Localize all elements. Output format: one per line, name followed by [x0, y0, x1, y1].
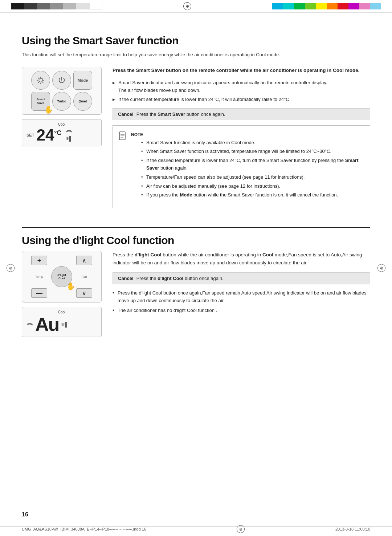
cancel-label: Cancel — [118, 111, 134, 117]
swatch-orange — [327, 3, 338, 9]
note-item-5: Air flow can be adjusted manually (see p… — [141, 183, 364, 190]
fan-label: Fan — [81, 275, 87, 279]
sun-icon — [36, 76, 45, 85]
remote-row1: Mode — [31, 71, 92, 90]
note-item-3: If the desired temperature is lower than… — [141, 157, 364, 172]
page-number: 16 — [22, 511, 28, 518]
display2-temp-area: Au — [35, 315, 59, 334]
note-doc-icon — [119, 131, 127, 145]
section1-title: Using the Smart Saver function — [22, 34, 370, 47]
bullet-item-1: Smart Saver indicator and air swing indi… — [113, 79, 370, 94]
display2-swing-icon — [26, 322, 33, 326]
note-item-4: Temperature/Fan speed can also be adjust… — [141, 174, 364, 181]
remote-row2: SmartSave ✋ Turbo Quiet — [31, 92, 92, 111]
swatch-very-light-gray — [76, 3, 89, 9]
dot-item-2: The air conditioner has no d'light Cool … — [113, 307, 370, 314]
display-right-icons: ❄▌ — [65, 129, 73, 141]
swatch-green — [294, 3, 305, 9]
swatch-yellow — [316, 3, 327, 9]
remote-controller: Mode SmartSave ✋ Turbo — [22, 67, 102, 115]
note-label-text: NOTE — [131, 132, 143, 137]
bullet-item-2: If the current set temperature is lower … — [113, 96, 370, 103]
note-item-6: If you press the Mode button while the S… — [141, 191, 364, 199]
remote-sun-button — [31, 71, 50, 90]
display2-fan-icon: ❄▌ — [61, 322, 68, 327]
section1-left: Mode SmartSave ✋ Turbo — [22, 67, 102, 214]
registration-mark-right: ⊕ — [377, 264, 385, 272]
remote-power-button — [52, 71, 71, 90]
dot-list: Press the d'light Cool button once again… — [113, 289, 370, 314]
note-items-list: Smart Saver function is only available i… — [131, 139, 364, 199]
section1-content: Mode SmartSave ✋ Turbo — [22, 67, 370, 214]
svg-line-7 — [42, 78, 43, 78]
display-temperature: 24 — [36, 127, 54, 143]
plus-button: + — [31, 256, 47, 265]
display2-au: Au — [35, 315, 59, 334]
swatch-light-blue — [370, 3, 381, 9]
document-icon — [119, 131, 127, 141]
section1: Using the Smart Saver function This func… — [22, 34, 370, 214]
section1-intro: This function will set the temperature r… — [22, 51, 370, 59]
section2-right: Press the d'light Cool button while the … — [113, 251, 370, 337]
right-reg-circle: ⊕ — [377, 264, 385, 272]
swatch-black — [11, 3, 24, 9]
display-content: SET 24 °C ❄▌ — [26, 127, 97, 143]
temp-label: Temp — [35, 275, 43, 279]
up-arrow-button: ∧ — [76, 256, 92, 265]
swatch-light-gray — [63, 3, 76, 9]
smart-save-button: SmartSave ✋ — [31, 92, 50, 111]
dlight-cool-button: d'lightCool ✋ — [51, 266, 72, 287]
svg-line-8 — [38, 82, 39, 83]
swatch-mid-gray — [37, 3, 50, 9]
main-content: Using the Smart Saver function This func… — [0, 20, 392, 366]
swing-icon — [65, 129, 73, 134]
section2-press-instruction: Press the d'light Cool button while the … — [113, 251, 370, 267]
svg-line-5 — [38, 78, 39, 78]
display2-right-icons: ❄▌ — [61, 322, 68, 327]
swatch-yellow-green — [305, 3, 316, 9]
remote-mode-button: Mode — [73, 71, 92, 90]
cancel-bar-dlight: Cancel Press the d'light Cool button onc… — [113, 272, 370, 284]
bottom-rule — [0, 526, 392, 527]
section2-content: + ∧ Temp d'lightCool ✋ Fan — ∨ — [22, 251, 370, 337]
quiet-label: Quiet — [78, 100, 87, 103]
note-item-2: When Smart Saver function is activated, … — [141, 148, 364, 155]
swatch-pink — [359, 3, 370, 9]
swatch-dark-gray — [24, 3, 37, 9]
smart-save-label: SmartSave — [37, 98, 45, 105]
finger-gesture2-icon: ✋ — [66, 282, 75, 291]
finger-gesture-icon: ✋ — [44, 105, 53, 114]
remote2-grid: + ∧ Temp d'lightCool ✋ Fan — ∨ — [30, 255, 94, 299]
left-reg-circle: ⊕ — [7, 264, 15, 272]
swatch-red — [338, 3, 348, 9]
power-icon — [58, 76, 66, 84]
fan-signal-icon: ❄▌ — [65, 136, 73, 141]
note-content: NOTE Smart Saver function is only availa… — [131, 131, 364, 200]
registration-mark-top: ⊕ — [183, 2, 191, 10]
section2-title: Using the d'light Cool function — [22, 234, 370, 247]
display-panel-dlight: Cool Au ❄▌ — [22, 307, 102, 337]
note-box: NOTE Smart Saver function is only availa… — [113, 125, 370, 208]
section2: Using the d'light Cool function + ∧ Temp… — [22, 227, 370, 337]
remote2-controller: + ∧ Temp d'lightCool ✋ Fan — ∨ — [22, 251, 102, 302]
dot-item-1: Press the d'light Cool button once again… — [113, 289, 370, 305]
display2-content: Au ❄▌ — [26, 315, 97, 334]
note-header: NOTE Smart Saver function is only availa… — [119, 131, 364, 200]
display-panel-smart-saver: Cool SET 24 °C — [22, 119, 102, 146]
cancel-text: Press the Smart Saver button once again. — [136, 111, 225, 117]
left-swatches — [11, 3, 102, 9]
swatch-gray — [50, 3, 63, 9]
right-swatches — [272, 3, 381, 9]
cancel-bar-smart-saver: Cancel Press the Smart Saver button once… — [113, 108, 370, 120]
cancel-label2: Cancel — [118, 276, 134, 281]
swatch-magenta — [348, 3, 359, 9]
swatch-white — [89, 3, 102, 9]
cancel-text2: Press the d'light Cool button once again… — [136, 276, 224, 281]
press-instruction: Press the Smart Saver button on the remo… — [113, 67, 370, 74]
footer-right-text: 2013-3-18 11:00:10 — [335, 527, 370, 531]
bullet-list: Smart Saver indicator and air swing indi… — [113, 79, 370, 103]
svg-line-6 — [42, 82, 43, 83]
minus-button: — — [31, 288, 47, 298]
mode-label: Mode — [78, 78, 88, 82]
section2-left: + ∧ Temp d'lightCool ✋ Fan — ∨ — [22, 251, 102, 337]
